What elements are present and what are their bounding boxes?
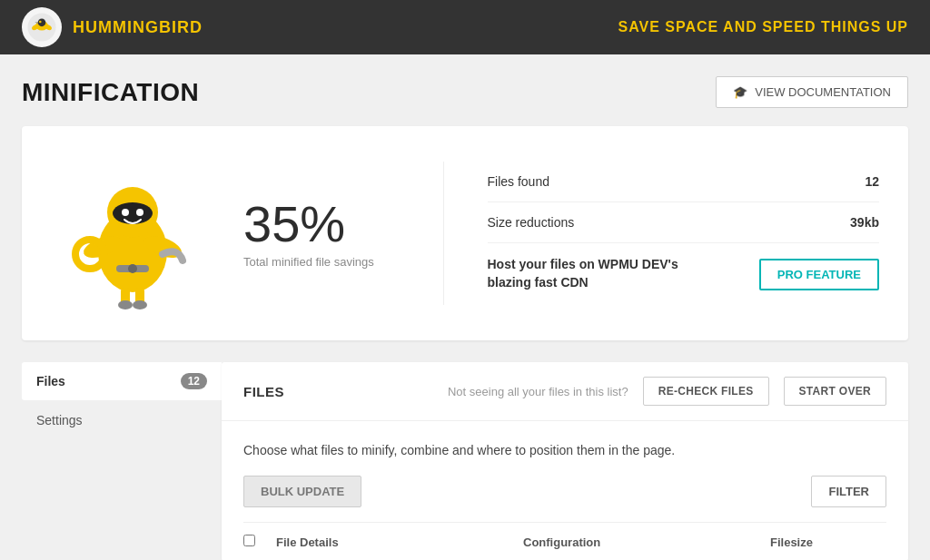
- page-title: MINIFICATION: [22, 78, 199, 107]
- savings-percent: 35%: [243, 199, 374, 250]
- table-header: File Details Configuration Filesize: [243, 522, 886, 560]
- files-found-label: Files found: [488, 174, 549, 189]
- files-found-row: Files found 12: [488, 162, 880, 202]
- files-panel: FILES Not seeing all your files in this …: [222, 362, 908, 560]
- logo-icon: [22, 7, 62, 47]
- size-reductions-row: Size reductions 39kb: [488, 202, 880, 243]
- bulk-update-button[interactable]: BULK UPDATE: [243, 476, 361, 507]
- svg-point-12: [136, 209, 143, 216]
- savings-area: 35% Total minified file savings: [243, 199, 374, 269]
- table-col-filesize: Filesize: [770, 535, 886, 549]
- sidebar-item-files[interactable]: Files 12: [22, 362, 222, 400]
- svg-point-5: [38, 19, 46, 27]
- table-select-all-checkbox[interactable]: [243, 535, 255, 546]
- svg-point-6: [39, 21, 42, 24]
- mascot-svg: [55, 156, 210, 310]
- svg-point-20: [118, 300, 133, 309]
- sidebar-files-badge: 12: [181, 373, 207, 389]
- savings-label: Total minified file savings: [243, 255, 374, 269]
- sidebar-item-settings-label: Settings: [36, 413, 83, 427]
- sidebar-item-files-label: Files: [36, 374, 65, 388]
- graduation-cap-icon: 🎓: [733, 85, 747, 99]
- table-checkbox-col: [243, 534, 262, 550]
- start-over-button[interactable]: START OVER: [784, 377, 886, 406]
- svg-point-16: [128, 264, 137, 273]
- files-found-value: 12: [865, 174, 879, 189]
- sidebar-item-settings[interactable]: Settings: [22, 402, 222, 438]
- files-hint: Not seeing all your files in this list?: [448, 385, 628, 398]
- svg-point-21: [133, 300, 147, 309]
- table-col-configuration: Configuration: [523, 535, 756, 549]
- files-actions: BULK UPDATE FILTER: [243, 476, 886, 507]
- svg-point-11: [122, 209, 129, 216]
- size-reductions-label: Size reductions: [488, 215, 575, 230]
- table-col-file-details: File Details: [276, 535, 509, 549]
- pro-feature-button[interactable]: PRO FEATURE: [759, 259, 879, 290]
- recheck-files-button[interactable]: RE-CHECK FILES: [643, 377, 769, 406]
- page-title-row: MINIFICATION 🎓 VIEW DOCUMENTATION: [22, 76, 908, 108]
- files-body: Choose what files to minify, combine and…: [222, 421, 908, 560]
- files-description: Choose what files to minify, combine and…: [243, 443, 886, 457]
- app-header: HUMMINGBIRD SAVE SPACE AND SPEED THINGS …: [0, 0, 930, 54]
- size-reductions-value: 39kb: [850, 215, 879, 230]
- stats-card-right: Files found 12 Size reductions 39kb Host…: [443, 162, 880, 304]
- brand-name: HUMMINGBIRD: [73, 18, 203, 37]
- stats-card: 35% Total minified file savings Files fo…: [22, 126, 908, 340]
- cdn-label: Host your files on WPMU DEV'sblazing fas…: [488, 256, 678, 291]
- main-content: MINIFICATION 🎓 VIEW DOCUMENTATION: [0, 54, 930, 560]
- svg-point-10: [113, 202, 153, 224]
- logo-area: HUMMINGBIRD: [22, 7, 203, 47]
- stats-card-left: 35% Total minified file savings: [51, 152, 443, 315]
- files-header: FILES Not seeing all your files in this …: [222, 362, 908, 421]
- header-tagline: SAVE SPACE AND SPEED THINGS UP: [618, 19, 908, 35]
- view-docs-button[interactable]: 🎓 VIEW DOCUMENTATION: [716, 76, 908, 108]
- cdn-row: Host your files on WPMU DEV'sblazing fas…: [488, 243, 880, 304]
- files-panel-title: FILES: [243, 384, 284, 399]
- sidebar-nav: Files 12 Settings: [22, 362, 222, 560]
- filter-button[interactable]: FILTER: [811, 476, 886, 507]
- mascot-area: [51, 152, 214, 315]
- bottom-section: Files 12 Settings FILES Not seeing all y…: [22, 362, 908, 560]
